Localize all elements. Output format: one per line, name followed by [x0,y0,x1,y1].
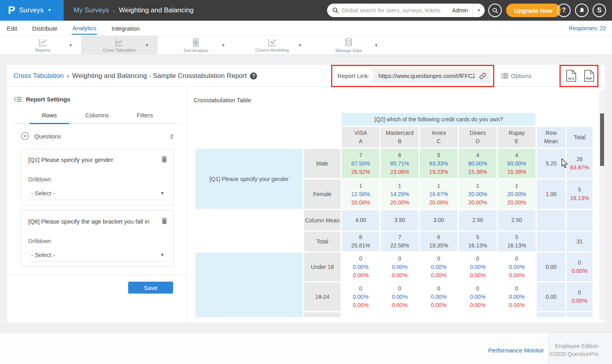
column-header: DinersD [459,127,497,148]
data-cell: 2.50 [459,210,497,230]
help-button[interactable]: ? [557,4,571,17]
chevron-down-icon[interactable]: ▼ [473,4,485,17]
options-dropdown[interactable]: Options ▼ [501,65,562,87]
row-mean-cell: 0.00 [537,282,565,311]
tool-label: Manage Data [335,48,362,53]
upgrade-now-button[interactable]: Upgrade Now [506,4,561,17]
select-value: - Select - [28,251,55,258]
total-cell [567,312,593,317]
notifications-button[interactable] [575,4,589,17]
plus-circle-icon[interactable] [21,132,29,140]
data-cell: 00.00%0.00% [342,282,380,311]
question-mark-icon: ? [562,7,566,14]
tab-reports[interactable]: Reports ▼ [5,36,81,55]
total-cell: 2683.87% [567,149,593,178]
menu-integration[interactable]: Integration [111,22,140,34]
footer: Performance Monitor Employee Edition ©20… [0,333,612,364]
menu-edit[interactable]: Edit [6,22,18,34]
cross-tabulation-link[interactable]: Cross Tabulation [14,72,64,80]
help-icon[interactable]: ? [250,72,257,80]
data-cell: 3.50 [381,210,419,230]
data-cell: 00.00%0.00% [498,282,536,311]
product-name: Surveys [19,6,43,14]
chevron-down-icon[interactable]: ▼ [145,43,149,47]
save-button[interactable]: Save [128,282,173,294]
tab-manage-data[interactable]: Manage Data ▼ [310,36,387,55]
chevron-down-icon[interactable]: ▼ [374,43,378,47]
tab-choice-modelling[interactable]: Choice Modelling ▼ [234,36,310,55]
tab-columns[interactable]: Columns [73,112,121,123]
breadcrumb-separator-icon: › [67,72,69,79]
user-avatar[interactable]: S [593,4,606,17]
data-cell: 112.50%20.00% [342,179,380,209]
chevron-down-icon[interactable]: ▼ [69,43,72,47]
tab-text-analysis[interactable]: Text Analysis ▼ [158,36,234,55]
trash-icon[interactable] [161,156,168,163]
bell-icon [579,7,585,14]
data-cell: 120.00%20.00% [459,179,497,209]
search-input[interactable] [339,7,447,14]
tool-label: Choice Modelling [255,48,289,53]
data-cell: 116.67%20.00% [420,179,458,209]
row-question-label [195,253,303,317]
menu-distribute[interactable]: Distribute [31,22,58,34]
page-background-band [0,322,612,333]
row-mean-cell: 0.00 [537,253,565,281]
data-cell: 00.00%0.00% [420,253,458,281]
report-settings-toggle[interactable]: Report Settings [14,96,70,103]
drilldown-select[interactable]: - Select - ▼ [28,187,166,200]
questions-count: 2 [170,133,173,140]
crosstab-cell [195,127,341,148]
xls-export-button[interactable]: XLS [566,70,577,82]
options-list-icon [501,73,508,79]
crosstab-cell [195,232,303,251]
data-cell: 00.00%0.00% [459,282,497,311]
report-link-group: Report Link: https://www.questionpro.com… [337,65,491,87]
reports-icon [38,38,48,47]
data-cell: 480.00%15.38% [459,149,497,178]
report-link-field[interactable]: https://www.questionpro.com/t/lFFCZg [373,69,491,83]
report-content-panel: Cross Tabulation › Weighting and Balanci… [7,65,605,322]
chevron-down-icon[interactable]: ▼ [222,43,225,47]
question-card-q8: [Q8] Please specify the age bracket you … [21,210,173,267]
crosstab-cell [195,113,341,126]
breadcrumb-my-surveys[interactable]: My Surveys [74,6,109,14]
breadcrumb-current: Weighting and Balancing [119,6,194,14]
trash-icon[interactable] [161,217,168,224]
chevron-down-icon[interactable]: ▼ [298,43,302,47]
row-header: Male [304,149,341,178]
responses-count[interactable]: Responses: 22 [569,25,606,31]
search-scope-admin[interactable]: Admin [447,4,473,17]
data-cell: 114.29%20.00% [381,179,419,209]
data-cell: 00.00%0.00% [381,253,419,281]
search-icon [492,8,498,14]
search-button[interactable] [488,4,502,17]
menu-analytics[interactable]: Analytics [72,21,97,35]
drilldown-select[interactable]: - Select - ▼ [28,248,166,262]
total-cell: 00.00% [567,282,593,311]
link-icon[interactable] [479,72,487,80]
chevron-down-icon[interactable]: ▼ [558,74,562,78]
data-cell: 583.33%19.23% [420,149,458,178]
page-title: Weighting and Balancing - Sample Crossta… [72,72,247,80]
data-cell: 2.50 [498,210,536,230]
tab-filters[interactable]: Filters [121,112,169,123]
pdf-export-button[interactable]: PDF [584,70,594,82]
crosstab-cell [537,113,565,126]
divider [7,275,187,275]
column-header: MastercardB [381,127,419,148]
data-cell: 00.00%0.00% [420,282,458,311]
total-cell: 31 [567,232,593,251]
chevron-down-icon: ▼ [47,8,51,12]
tab-cross-tabulation[interactable]: Cross-Tabulation ▼ [81,36,158,55]
row-header: Column Mean [304,210,341,230]
scrollbar-thumb[interactable] [600,113,604,166]
surveys-menu-button[interactable]: P Surveys ▼ [0,0,64,21]
performance-monitor-link[interactable]: Performance Monitor [488,347,544,354]
data-cell: 516.13% [498,232,536,251]
breadcrumb-separator-icon: › [113,7,115,14]
report-link-url[interactable]: https://www.questionpro.com/t/lFFCZg [373,72,475,79]
tab-rows[interactable]: Rows [25,112,73,123]
settings-tabs: Rows Columns Filters [13,112,181,124]
scrollbar-track[interactable] [599,90,605,320]
